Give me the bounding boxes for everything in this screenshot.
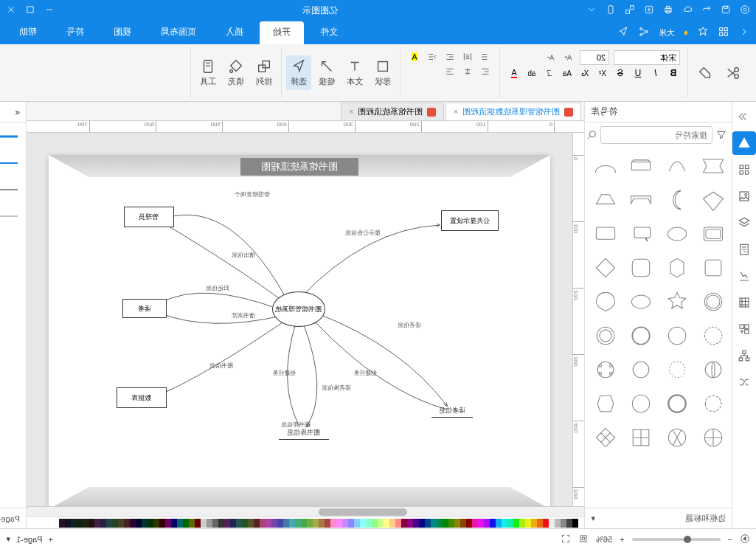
color-swatch[interactable] <box>112 519 118 528</box>
text-button[interactable]: 文本 <box>342 55 367 90</box>
color-swatch[interactable] <box>301 519 307 528</box>
color-swatch[interactable] <box>195 519 201 528</box>
color-swatch[interactable] <box>207 519 212 528</box>
color-swatch[interactable] <box>236 519 242 528</box>
diagram-box[interactable]: 读者 <box>122 299 167 318</box>
color-swatch[interactable] <box>472 519 478 528</box>
tab-symbol[interactable]: 符号 <box>53 21 97 44</box>
shape-item[interactable] <box>626 218 657 249</box>
save-icon[interactable] <box>721 4 731 17</box>
color-swatch[interactable] <box>159 519 165 528</box>
shape-item[interactable] <box>590 151 621 182</box>
maximize-icon[interactable] <box>25 4 35 17</box>
spacing-icon[interactable] <box>461 50 474 63</box>
shape-item[interactable] <box>662 388 693 419</box>
color-swatch[interactable] <box>183 519 189 528</box>
share-icon[interactable] <box>625 4 635 17</box>
color-swatch[interactable] <box>525 519 531 528</box>
shape-item[interactable] <box>626 286 657 317</box>
shape-item[interactable] <box>590 218 621 249</box>
color-swatch[interactable] <box>330 519 336 528</box>
color-swatch[interactable] <box>313 519 319 528</box>
tab-start[interactable]: 开始 <box>260 21 304 44</box>
theme-icon[interactable] <box>697 26 709 40</box>
color-swatch[interactable] <box>513 519 519 528</box>
plugin-tool[interactable] <box>732 317 756 341</box>
color-swatch[interactable] <box>266 519 271 528</box>
shapes-search-input[interactable] <box>600 126 712 144</box>
scrollbar-horizontal[interactable] <box>27 506 584 517</box>
shape-item[interactable] <box>590 388 621 419</box>
color-swatch[interactable] <box>460 519 466 528</box>
cloud-icon[interactable] <box>682 4 693 17</box>
zoom-out-icon[interactable]: − <box>728 535 732 544</box>
font-bigger-icon[interactable] <box>562 51 575 64</box>
color-swatch[interactable] <box>354 519 360 528</box>
color-swatch[interactable] <box>342 519 348 528</box>
align-left-icon[interactable] <box>479 65 492 78</box>
shape-item[interactable] <box>590 422 621 453</box>
color-swatch[interactable] <box>218 519 224 528</box>
vertical-icon[interactable]: ab <box>525 66 538 80</box>
shape-item[interactable] <box>698 354 729 385</box>
color-swatch[interactable] <box>230 519 236 528</box>
color-swatch[interactable] <box>212 519 218 528</box>
search-icon[interactable] <box>586 126 597 144</box>
color-swatch[interactable] <box>425 519 431 528</box>
image-tool[interactable] <box>732 184 756 208</box>
fit-icon[interactable] <box>578 534 589 545</box>
color-swatch[interactable] <box>543 519 549 528</box>
shape-item[interactable] <box>662 151 693 182</box>
shape-item[interactable] <box>590 184 621 215</box>
color-swatch[interactable] <box>572 519 578 528</box>
color-swatch[interactable] <box>83 519 89 528</box>
color-swatch[interactable] <box>295 519 301 528</box>
shape-item[interactable] <box>698 286 729 317</box>
font-smaller-icon[interactable] <box>544 51 558 64</box>
doc-tab[interactable]: 图书馆管理系统数据流程图× <box>445 103 581 120</box>
color-swatch[interactable] <box>142 519 148 528</box>
shape-item[interactable] <box>662 218 693 249</box>
color-swatch[interactable] <box>401 519 407 528</box>
color-swatch[interactable] <box>189 519 195 528</box>
shape-item[interactable] <box>590 252 621 283</box>
table-tool[interactable] <box>732 291 756 314</box>
color-swatch[interactable] <box>271 519 277 528</box>
doc-tab[interactable]: 图书馆系统流程图× <box>341 103 444 120</box>
diagram-text[interactable]: 读者信息 <box>431 406 473 418</box>
color-swatch[interactable] <box>148 519 153 528</box>
tool-button[interactable]: 工具 <box>195 55 221 90</box>
diagram-title[interactable]: 图书馆系统流程图 <box>240 158 358 176</box>
color-swatch[interactable] <box>89 519 94 528</box>
shape-item[interactable] <box>698 218 729 249</box>
shape-item[interactable] <box>662 354 693 385</box>
fill-button[interactable]: 填充 <box>223 55 249 90</box>
color-swatch[interactable] <box>478 519 484 528</box>
collapse-icon[interactable] <box>732 105 756 128</box>
tab-layout[interactable]: 页面布局 <box>148 21 209 44</box>
shape-item[interactable] <box>626 388 657 419</box>
clear-icon[interactable] <box>543 66 556 80</box>
color-swatch[interactable] <box>171 519 177 528</box>
color-swatch[interactable] <box>254 519 260 528</box>
grid-icon[interactable] <box>718 26 729 40</box>
color-swatch[interactable] <box>201 519 207 528</box>
layers-tool[interactable] <box>732 211 756 235</box>
color-swatch[interactable] <box>277 519 283 528</box>
scissors-button[interactable] <box>721 62 746 84</box>
color-swatch[interactable] <box>248 519 254 528</box>
color-swatch[interactable] <box>507 519 513 528</box>
dropdown-icon[interactable] <box>586 4 597 17</box>
share-icon2[interactable] <box>638 26 650 40</box>
color-swatch[interactable] <box>490 519 496 528</box>
color-swatch[interactable] <box>242 519 248 528</box>
shape-item[interactable] <box>626 354 657 385</box>
shape-item[interactable] <box>662 184 693 215</box>
color-swatch[interactable] <box>419 519 425 528</box>
style-item[interactable] <box>0 127 21 146</box>
diagram-text[interactable]: 图书库信息 <box>279 428 329 440</box>
shape-item[interactable] <box>698 388 729 419</box>
color-swatch[interactable] <box>366 519 372 528</box>
shape-item[interactable] <box>698 151 729 182</box>
zoom-in-icon[interactable]: + <box>620 535 624 544</box>
